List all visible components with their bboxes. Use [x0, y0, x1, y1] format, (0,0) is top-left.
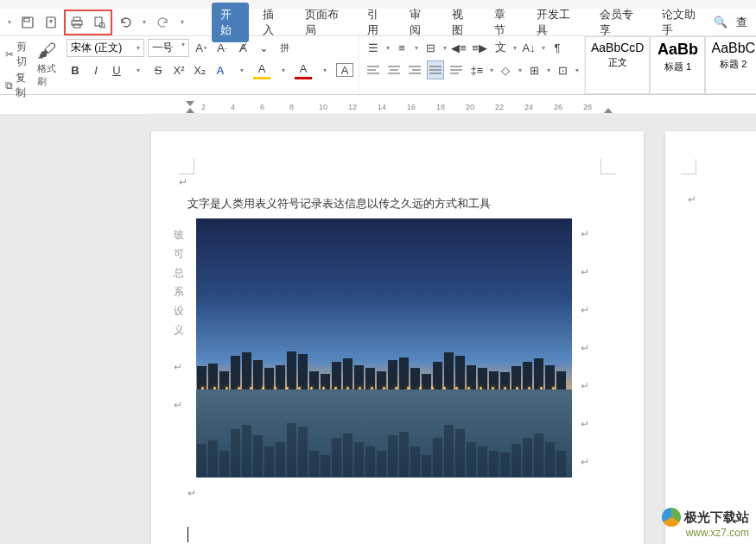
align-justify-button[interactable]	[427, 60, 444, 79]
bullets-button[interactable]: ☰	[365, 38, 382, 57]
shading-button[interactable]: ◇	[497, 60, 514, 79]
line-spacing-button[interactable]: ‡≡	[468, 60, 486, 79]
sort-button[interactable]: A↓	[520, 38, 537, 57]
paragraph-group: ☰▾ ≡▾ ⊟▾ ◀≡ ≡▶ 文▾ A↓▾ ¶ ‡≡▾	[359, 36, 585, 94]
ruler-tick: 10	[319, 103, 327, 111]
highlight-button[interactable]: A	[253, 60, 270, 79]
paragraph-mark-icon: ↵	[581, 342, 589, 354]
text-direction-button[interactable]: 文	[492, 38, 509, 57]
document-content: ↵ 文字是人类用表义符号记录表达信息以传之久远的方式和工具 玻 可 总 系 设 …	[187, 193, 607, 478]
style-heading1[interactable]: AaBb 标题 1	[650, 36, 705, 94]
style-normal[interactable]: AaBbCcD 正文	[585, 36, 650, 94]
watermark-url: www.xz7.com	[662, 527, 749, 539]
format-painter-button[interactable]: 🖌 格式刷	[32, 36, 61, 94]
text-mark-icon: 义	[174, 323, 184, 338]
watermark-logo-icon	[662, 508, 681, 527]
text-effects-dropdown[interactable]: ▾	[232, 60, 250, 79]
document-page-next[interactable]: ↵	[665, 131, 756, 544]
text-mark-icon: 可	[174, 247, 184, 262]
watermark-name: 极光下载站	[684, 509, 749, 526]
document-text-line[interactable]: 文字是人类用表义符号记录表达信息以传之久远的方式和工具	[187, 193, 607, 213]
font-size-value: 一号	[152, 41, 173, 55]
quick-access-toolbar: ▾ ▾ ▾ 开始 插入 页面布局 引用 审阅 视图 章节 开发工具 会员专享 论…	[0, 9, 756, 36]
watermark: 极光下载站 www.xz7.com	[662, 508, 749, 539]
redo-dropdown[interactable]: ▾	[176, 12, 187, 33]
ruler-tick: 12	[348, 103, 357, 111]
undo-dropdown[interactable]: ▾	[138, 12, 149, 33]
search-icon[interactable]: 🔍	[714, 16, 727, 28]
undo-icon[interactable]	[116, 12, 135, 33]
tabs-button[interactable]: ⊡	[554, 60, 571, 79]
paragraph-mark-icon: ↵	[581, 418, 589, 430]
indent-marker-icon[interactable]	[186, 101, 194, 113]
font-color-dropdown[interactable]: ▾	[315, 60, 333, 79]
bold-button[interactable]: B	[67, 60, 84, 79]
image-skyline	[196, 327, 572, 389]
clipboard-group: ✂ 剪切 ⧉ 复制	[0, 36, 32, 94]
text-effects-button[interactable]: A	[212, 60, 229, 79]
ruler-tick: 6	[260, 103, 264, 111]
highlighted-qat-buttons	[64, 9, 112, 35]
align-center-button[interactable]	[385, 60, 403, 79]
ruler-tick: 26	[554, 103, 562, 111]
qat-dropdown[interactable]: ▾	[3, 12, 15, 33]
underline-dropdown[interactable]: ▾	[129, 60, 146, 79]
italic-button[interactable]: I	[87, 60, 105, 79]
align-right-button[interactable]	[406, 60, 423, 79]
paragraph-mark-icon: ↵	[581, 266, 589, 278]
borders-button[interactable]: ⊞	[525, 60, 543, 79]
search-label[interactable]: 查	[736, 15, 747, 30]
right-indent-marker-icon[interactable]	[604, 104, 613, 113]
multilevel-button[interactable]: ⊟	[422, 38, 439, 57]
paragraph-mark-icon: ↵	[179, 176, 187, 188]
decrease-indent-button[interactable]: ◀≡	[450, 38, 467, 57]
svg-marker-24	[186, 101, 194, 106]
redo-icon[interactable]	[153, 12, 172, 33]
show-marks-button[interactable]: ¶	[549, 38, 566, 57]
subscript-button[interactable]: X₂	[191, 60, 208, 79]
text-mark-icon: 设	[174, 304, 184, 319]
margin-corner-icon	[179, 159, 194, 174]
font-size-select[interactable]: 一号▾	[148, 39, 189, 57]
char-border-button[interactable]: A	[336, 63, 353, 77]
font-color-button[interactable]: A	[295, 60, 312, 79]
strikethrough-button[interactable]: S	[149, 60, 167, 79]
change-case-icon[interactable]: ⌄	[255, 38, 272, 57]
paragraph-mark-icon: ↵	[174, 361, 182, 373]
embedded-image[interactable]	[196, 218, 572, 478]
margin-corner-icon	[600, 159, 616, 174]
ruler-tick: 16	[407, 103, 416, 111]
document-area: ↵ 文字是人类用表义符号记录表达信息以传之久远的方式和工具 玻 可 总 系 设 …	[0, 114, 756, 544]
increase-indent-button[interactable]: ≡▶	[471, 38, 488, 57]
copy-button[interactable]: ⧉ 复制	[5, 71, 27, 100]
export-icon[interactable]	[41, 12, 60, 33]
highlight-dropdown[interactable]: ▾	[274, 60, 291, 79]
image-reflection	[196, 389, 572, 478]
paragraph-mark-icon: ↵	[581, 380, 589, 392]
grow-font-icon[interactable]: A+	[193, 38, 210, 57]
superscript-button[interactable]: X²	[170, 60, 187, 79]
print-icon[interactable]	[67, 12, 87, 33]
print-preview-icon[interactable]	[89, 12, 110, 33]
phonetic-icon[interactable]: 拼	[276, 38, 293, 57]
numbering-button[interactable]: ≡	[393, 38, 410, 57]
ruler-tick: 22	[495, 103, 504, 111]
paragraph-mark-icon: ↵	[187, 487, 196, 499]
ruler-tick: 28	[583, 103, 592, 111]
distribute-button[interactable]	[448, 60, 465, 79]
cut-label: 剪切	[16, 40, 27, 69]
ruler-tick: 20	[466, 103, 474, 111]
horizontal-ruler[interactable]: 246810121416182022242628	[151, 95, 756, 114]
clear-format-icon[interactable]: A̸	[234, 38, 251, 57]
style-heading2[interactable]: AaBbC 标题 2	[705, 36, 756, 94]
font-name-select[interactable]: 宋体 (正文)▾	[67, 39, 144, 57]
svg-rect-3	[73, 17, 80, 21]
document-page[interactable]: ↵ 文字是人类用表义符号记录表达信息以传之久远的方式和工具 玻 可 总 系 设 …	[151, 131, 644, 544]
shrink-font-icon[interactable]: A-	[213, 38, 231, 57]
save-icon[interactable]	[18, 12, 37, 33]
paragraph-mark-icon: ↵	[581, 304, 589, 316]
paragraph-mark-icon: ↵	[581, 456, 589, 468]
underline-button[interactable]: U	[108, 60, 125, 79]
cut-button[interactable]: ✂ 剪切	[5, 40, 27, 69]
align-left-button[interactable]	[365, 60, 382, 79]
